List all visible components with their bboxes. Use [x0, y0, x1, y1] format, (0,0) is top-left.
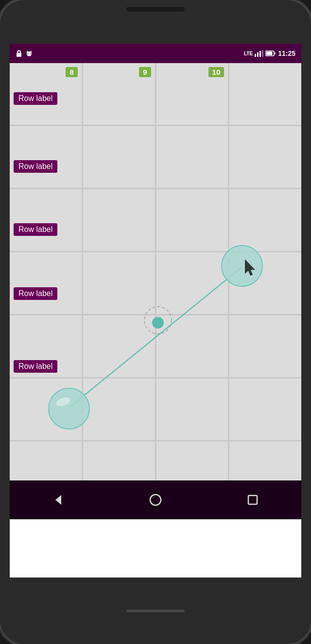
row-label-2: Row label — [14, 160, 57, 173]
time-display: 11:25 — [278, 50, 295, 57]
cell-3-4 — [229, 189, 301, 251]
cell-7-2 — [83, 442, 156, 480]
cell-5-2 — [83, 315, 156, 377]
status-bar: LTE 11:25 — [10, 44, 301, 63]
phone-bottom-area — [0, 578, 311, 644]
svg-rect-13 — [275, 52, 276, 54]
grid-row-2 — [10, 126, 301, 189]
recents-icon — [247, 494, 259, 506]
cell-2-2 — [83, 126, 156, 188]
svg-rect-8 — [257, 52, 259, 57]
phone-screen: LTE 11:25 — [10, 44, 301, 578]
svg-rect-0 — [17, 53, 21, 57]
svg-marker-23 — [55, 495, 61, 505]
cell-4-2 — [83, 252, 156, 314]
bottom-bar-line — [126, 610, 185, 612]
grid-row-3 — [10, 189, 301, 252]
svg-point-5 — [28, 53, 29, 54]
cell-3-2 — [83, 189, 156, 251]
svg-rect-7 — [255, 54, 256, 57]
cell-2-3 — [156, 126, 230, 188]
map-area[interactable]: 8 9 10 — [10, 63, 301, 480]
android-icon — [25, 50, 33, 57]
cell-3-1 — [10, 189, 83, 251]
status-icons-left — [16, 50, 33, 57]
svg-point-24 — [150, 495, 161, 505]
row-label-1: Row label — [14, 92, 57, 105]
back-button[interactable] — [44, 485, 73, 514]
svg-rect-12 — [266, 52, 273, 55]
cell-4-1 — [10, 252, 83, 314]
svg-rect-10 — [262, 50, 263, 57]
cell-5-4 — [229, 315, 301, 377]
row-label-4: Row label — [14, 287, 57, 300]
svg-rect-9 — [259, 51, 261, 57]
cell-1-4 — [229, 63, 301, 125]
battery-icon — [265, 50, 276, 56]
status-icons-right: LTE 11:25 — [244, 50, 295, 57]
cell-6-2 — [83, 379, 156, 440]
cell-7-4 — [229, 442, 301, 480]
cell-2-4 — [229, 126, 301, 188]
cell-4-3 — [156, 252, 230, 314]
signal-icon — [255, 50, 263, 57]
col-badge-8: 8 — [66, 67, 77, 77]
back-icon — [52, 493, 65, 507]
svg-point-6 — [30, 53, 31, 54]
cell-1-2: 9 — [83, 63, 156, 125]
col-badge-10: 10 — [208, 67, 225, 77]
grid-row-7 — [10, 442, 301, 480]
speaker — [126, 7, 185, 12]
cell-6-4 — [229, 379, 301, 440]
cell-4-4 — [229, 252, 301, 314]
home-button[interactable] — [141, 485, 170, 514]
signal-label: LTE — [244, 50, 253, 56]
cell-3-3 — [156, 189, 230, 251]
lock-icon — [16, 50, 22, 57]
col-badge-9: 9 — [139, 67, 151, 77]
svg-rect-25 — [248, 495, 257, 504]
recents-button[interactable] — [238, 485, 267, 514]
grid-row-4 — [10, 252, 301, 315]
cell-2-1 — [10, 126, 83, 188]
phone-frame: LTE 11:25 — [0, 0, 311, 644]
cell-6-3 — [156, 379, 230, 440]
cell-6-1 — [10, 379, 83, 440]
row-label-3: Row label — [14, 223, 57, 236]
cell-7-3 — [156, 442, 230, 480]
nav-bar — [10, 480, 301, 519]
cell-7-1 — [10, 442, 83, 480]
cell-1-3: 10 — [156, 63, 230, 125]
phone-top-area — [0, 0, 311, 44]
row-label-5: Row label — [14, 360, 57, 373]
grid-container: 8 9 10 — [10, 63, 301, 480]
home-icon — [149, 493, 162, 507]
cell-5-3 — [156, 315, 230, 377]
grid-row-6 — [10, 379, 301, 442]
